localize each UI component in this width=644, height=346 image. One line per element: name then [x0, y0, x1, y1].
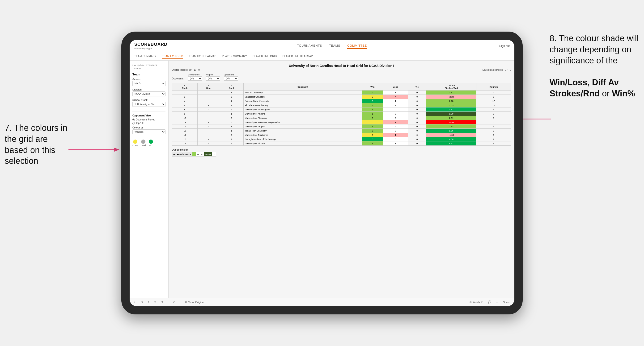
col-diff: Diff AvStrokes/Rnd: [426, 83, 476, 91]
undo-button[interactable]: ↩: [133, 300, 138, 304]
radio-opponents-played[interactable]: Opponents Played: [132, 118, 166, 121]
redo-button[interactable]: ↪: [140, 300, 144, 304]
app-header: SCOREBOARD Powered by clippd TOURNAMENTS…: [130, 40, 514, 52]
subnav-team-h2h-grid[interactable]: TEAM H2H GRID: [162, 54, 183, 59]
table-cell: 1: [219, 112, 244, 116]
table-cell: University of Virginia: [244, 125, 362, 129]
table-cell: 6: [219, 120, 244, 125]
subnav-player-h2h-heatmap[interactable]: PLAYER H2H HEATMAP: [282, 54, 313, 59]
gender-select[interactable]: Men's: [132, 81, 166, 86]
table-row: 2-1Auburn University2101.679: [172, 91, 511, 95]
table-cell: 0: [383, 137, 408, 141]
table-cell: 3: [362, 116, 383, 120]
logo-powered: Powered by clippd: [134, 47, 167, 50]
filter-conference-select[interactable]: (All): [188, 76, 202, 81]
more-button[interactable]: ⚏: [495, 300, 500, 304]
annotation-win-loss: Win/Loss: [550, 78, 587, 87]
col-loss: Loss: [383, 83, 408, 91]
table-cell: -: [198, 91, 219, 95]
table-row: 6-2Florida State University4201.8312: [172, 103, 511, 108]
table-cell: -: [198, 141, 219, 146]
table-cell: 0: [408, 99, 426, 103]
table-cell: 3: [362, 129, 383, 133]
table-cell: 12: [172, 125, 198, 129]
radio-top-100[interactable]: Top 100: [132, 122, 166, 125]
filter-region-select[interactable]: (All): [206, 76, 220, 81]
table-cell: -: [198, 103, 219, 108]
col-reg: #Reg: [198, 83, 219, 91]
table-cell: 2: [219, 141, 244, 146]
filter-region-group: Region (All): [206, 74, 220, 81]
sidebar-divider: [132, 112, 166, 112]
legend-level: Level: [141, 140, 146, 147]
legend-down-circle: [133, 140, 138, 144]
table-cell: 1.67: [426, 91, 476, 95]
school-select[interactable]: 1. University of Nort...: [132, 102, 166, 107]
table-cell: 1: [383, 120, 408, 125]
table-cell: Florida State University: [244, 103, 362, 108]
reset-button[interactable]: ⤴: [146, 300, 150, 304]
table-cell: -: [198, 108, 219, 112]
col-tie: Tie: [408, 83, 426, 91]
table-cell: -: [198, 116, 219, 120]
subnav-player-h2h-grid[interactable]: PLAYER H2H GRID: [252, 54, 277, 59]
out-of-division-row: NCAA Division II 1 0 0 26.00 3: [172, 152, 216, 157]
annotation-left-text: 7. The colours in the grid are based on …: [5, 123, 67, 166]
division-select[interactable]: NCAA Division I: [132, 91, 166, 96]
annotation-right-text: 8. The colour shade will change dependin…: [550, 33, 639, 65]
table-cell: Arizona State University: [244, 99, 362, 103]
clock-button[interactable]: ⏱: [172, 300, 177, 304]
table-row: 4-1Arizona State University5102.2817: [172, 99, 511, 103]
team-section-title: Team: [132, 73, 166, 76]
table-cell: 4: [219, 137, 244, 141]
table-cell: 2: [219, 103, 244, 108]
legend-up: Up: [149, 140, 153, 147]
subnav-team-h2h-heatmap[interactable]: TEAM H2H HEATMAP: [189, 54, 216, 59]
table-cell: University of Oklahoma: [244, 133, 362, 137]
filter-opponent-select[interactable]: (All): [224, 76, 238, 81]
layout-button[interactable]: ⊞: [160, 300, 164, 304]
table-cell: 5.56: [426, 129, 476, 133]
overall-record: Overall Record: 89 - 17 - 0: [172, 69, 200, 71]
grid-button[interactable]: ⊡: [153, 300, 157, 304]
view-original-button[interactable]: 👁 View: Original: [184, 300, 206, 304]
table-cell: 8: [476, 116, 511, 120]
main-nav: TOURNAMENTS TEAMS COMMITTEE: [297, 43, 366, 49]
table-cell: 5: [476, 141, 511, 146]
grid-area: University of North Carolina Head-to-Hea…: [168, 61, 514, 298]
table-cell: 1: [362, 112, 383, 116]
comment-button[interactable]: 💬: [487, 300, 492, 304]
table-cell: 2: [383, 103, 408, 108]
out-of-division-label: Out of division: [172, 149, 511, 151]
nav-tournaments[interactable]: TOURNAMENTS: [297, 43, 322, 49]
col-rounds: Rounds: [476, 83, 511, 91]
table-cell: -: [198, 133, 219, 137]
sign-out-button[interactable]: Sign out: [499, 44, 510, 48]
table-cell: 5: [362, 99, 383, 103]
table-cell: 4: [362, 103, 383, 108]
nav-teams[interactable]: TEAMS: [329, 43, 340, 49]
subnav-team-summary[interactable]: TEAM SUMMARY: [134, 54, 156, 59]
colour-by-select[interactable]: Win/loss: [132, 129, 166, 134]
table-cell: University of Washington: [244, 108, 362, 112]
table-cell: 9: [476, 137, 511, 141]
subnav-player-summary[interactable]: PLAYER SUMMARY: [222, 54, 247, 59]
legend: Down Level Up: [132, 140, 166, 147]
table-cell: 9: [172, 112, 198, 116]
table-cell: University of Arkansas, Fayetteville: [244, 120, 362, 125]
table-cell: -: [198, 112, 219, 116]
legend-level-circle: [141, 140, 146, 144]
table-row: 14-5University of Oklahoma010-1.009: [172, 133, 511, 137]
table-row: 8-2University of Washington1003.673: [172, 108, 511, 112]
table-cell: 2.33: [426, 125, 476, 129]
table-cell: 0: [362, 120, 383, 125]
table-cell: 3: [219, 125, 244, 129]
watch-button[interactable]: 👁 Watch ▼: [468, 300, 484, 304]
grid-title: University of North Carolina Head-to-Hea…: [172, 64, 511, 68]
share-button[interactable]: Share: [502, 300, 511, 304]
annotation-win-pct: Win%: [612, 89, 635, 98]
ood-win: 1: [192, 152, 196, 157]
nav-committee[interactable]: COMMITTEE: [347, 43, 367, 49]
table-row: 11-6University of Arkansas, Fayetteville…: [172, 120, 511, 125]
refresh-button[interactable]: ·: [166, 300, 170, 304]
